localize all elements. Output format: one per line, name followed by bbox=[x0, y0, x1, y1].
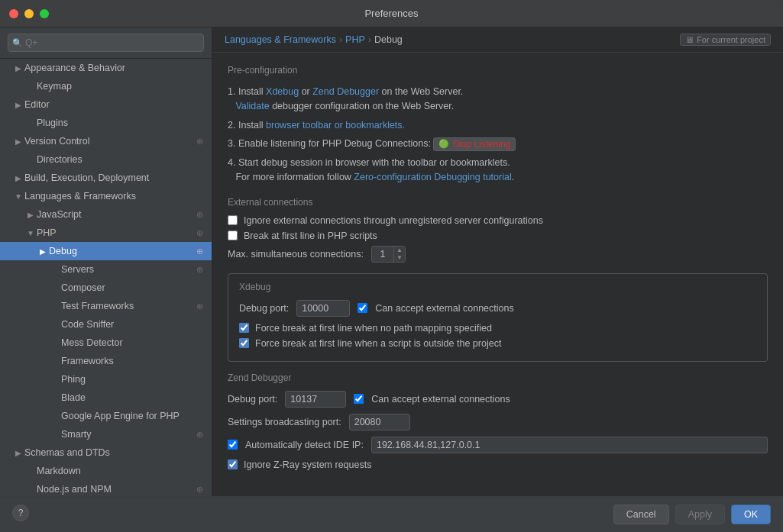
sidebar-item-label: Blade bbox=[61, 392, 205, 403]
spinner-up-button[interactable]: ▲ bbox=[394, 247, 405, 254]
stop-listening-label: Stop Listening bbox=[452, 139, 510, 150]
sidebar-item-languages-frameworks[interactable]: ▼ Languages & Frameworks bbox=[0, 187, 212, 205]
xdebug-port-input[interactable] bbox=[296, 300, 350, 317]
search-box: 🔍 bbox=[0, 27, 212, 59]
zend-can-accept-label: Can accept external connections bbox=[371, 394, 510, 405]
sidebar-item-smarty[interactable]: Smarty ⊕ bbox=[0, 425, 212, 443]
zend-auto-detect-label: Automatically detect IDE IP: bbox=[245, 440, 364, 450]
max-connections-input[interactable] bbox=[372, 247, 393, 261]
sidebar-item-build[interactable]: ▶ Build, Execution, Deployment bbox=[0, 169, 212, 187]
sidebar-item-label: Mess Detector bbox=[61, 337, 205, 348]
force-break1-row: Force break at first line when no path m… bbox=[239, 323, 756, 334]
ignore-external-checkbox[interactable] bbox=[228, 215, 238, 225]
window-controls bbox=[9, 9, 49, 18]
sidebar-item-label: Code Sniffer bbox=[61, 319, 205, 330]
sidebar-item-google-app-engine[interactable]: Google App Engine for PHP bbox=[0, 407, 212, 425]
xdebug-port-label: Debug port: bbox=[239, 303, 289, 314]
sidebar-item-version-control[interactable]: ▶ Version Control ⊕ bbox=[0, 132, 212, 150]
search-input[interactable] bbox=[8, 34, 204, 52]
step-num: 1. bbox=[228, 86, 238, 97]
copy-icon: ⊕ bbox=[193, 263, 205, 276]
browser-toolbar-link[interactable]: browser toolbar or bookmarklets. bbox=[266, 120, 405, 131]
breadcrumb-current: Debug bbox=[374, 34, 403, 45]
sidebar-item-label: JavaScript bbox=[37, 209, 193, 220]
copy-icon: ⊕ bbox=[193, 135, 205, 147]
sidebar-item-label: PHP bbox=[37, 227, 193, 238]
spinner-down-button[interactable]: ▼ bbox=[394, 254, 405, 262]
arrow-icon: ▶ bbox=[12, 174, 24, 182]
stop-icon: 🟢 bbox=[438, 139, 449, 149]
force-break2-checkbox[interactable] bbox=[239, 338, 249, 348]
sidebar-item-blade[interactable]: Blade bbox=[0, 389, 212, 407]
zero-config-link[interactable]: Zero-configuration Debugging tutorial bbox=[354, 172, 511, 182]
project-badge: 🖥 For current project bbox=[680, 34, 771, 46]
sidebar-item-markdown[interactable]: Markdown bbox=[0, 462, 212, 480]
breadcrumb: Languages & Frameworks › PHP › Debug 🖥 F… bbox=[212, 27, 783, 53]
zend-debugger-link[interactable]: Zend Debugger bbox=[312, 86, 379, 97]
zend-auto-detect-checkbox[interactable] bbox=[228, 440, 238, 450]
sidebar-item-code-sniffer[interactable]: Code Sniffer bbox=[0, 315, 212, 334]
validate-link[interactable]: Validate bbox=[235, 101, 269, 111]
sidebar-item-servers[interactable]: Servers ⊕ bbox=[0, 260, 212, 279]
xdebug-can-accept-checkbox[interactable] bbox=[358, 303, 367, 313]
sidebar-item-php[interactable]: ▼ PHP ⊕ bbox=[0, 224, 212, 242]
break-first-line-checkbox[interactable] bbox=[228, 231, 238, 240]
sidebar-item-nodejs-npm[interactable]: Node.js and NPM ⊕ bbox=[0, 480, 212, 496]
help-button[interactable]: ? bbox=[12, 505, 29, 521]
cancel-button[interactable]: Cancel bbox=[613, 505, 669, 524]
sidebar-item-label: Node.js and NPM bbox=[37, 484, 193, 495]
max-connections-label: Max. simultaneous connections: bbox=[228, 249, 364, 260]
search-icon: 🔍 bbox=[12, 38, 23, 48]
zend-ignore-zray-label: Ignore Z-Ray system requests bbox=[244, 459, 371, 470]
zend-settings-port-label: Settings broadcasting port: bbox=[228, 417, 341, 427]
ignore-external-label: Ignore external connections through unre… bbox=[244, 215, 543, 226]
zend-ignore-zray-checkbox[interactable] bbox=[228, 459, 238, 469]
sidebar-item-appearance-behavior[interactable]: ▶ Appearance & Behavior bbox=[0, 59, 212, 77]
break-first-line-label: Break at first line in PHP scripts bbox=[244, 231, 377, 241]
sidebar-item-debug[interactable]: ▶ Debug ⊕ bbox=[0, 242, 212, 260]
minimize-button[interactable] bbox=[24, 9, 34, 18]
window-title: Preferences bbox=[364, 8, 418, 19]
xdebug-title: Xdebug bbox=[239, 282, 756, 292]
breadcrumb-php[interactable]: PHP bbox=[345, 34, 365, 45]
close-button[interactable] bbox=[9, 9, 18, 18]
copy-icon: ⊕ bbox=[193, 245, 205, 257]
sidebar-item-javascript[interactable]: ▶ JavaScript ⊕ bbox=[0, 205, 212, 224]
sidebar-item-label: Google App Engine for PHP bbox=[61, 411, 205, 421]
copy-icon: ⊕ bbox=[193, 208, 205, 221]
spinner-buttons: ▲ ▼ bbox=[393, 247, 405, 262]
sidebar-item-test-frameworks[interactable]: Test Frameworks ⊕ bbox=[0, 297, 212, 315]
force-break1-checkbox[interactable] bbox=[239, 323, 249, 333]
sidebar-item-label: Keymap bbox=[37, 81, 205, 92]
breadcrumb-sep2: › bbox=[368, 34, 371, 45]
sidebar-item-schemas-dtds[interactable]: ▶ Schemas and DTDs bbox=[0, 443, 212, 462]
external-connections-title: External connections bbox=[228, 197, 768, 208]
zend-settings-port-input[interactable] bbox=[349, 414, 410, 430]
xdebug-link[interactable]: Xdebug bbox=[266, 86, 299, 97]
sidebar-item-composer[interactable]: Composer bbox=[0, 279, 212, 297]
sidebar-item-label: Frameworks bbox=[61, 356, 205, 366]
main-layout: 🔍 ▶ Appearance & Behavior Keymap ▶ Edito… bbox=[0, 27, 783, 496]
sidebar-item-directories[interactable]: Directories bbox=[0, 150, 212, 169]
stop-listening-button[interactable]: 🟢 Stop Listening bbox=[433, 137, 516, 151]
apply-button[interactable]: Apply bbox=[675, 505, 725, 524]
breadcrumb-languages[interactable]: Languages & Frameworks bbox=[225, 34, 336, 45]
zend-can-accept-checkbox[interactable] bbox=[354, 394, 364, 404]
sidebar-item-label: Languages & Frameworks bbox=[24, 191, 205, 202]
ok-button[interactable]: OK bbox=[731, 505, 771, 524]
sidebar-item-label: Directories bbox=[37, 154, 205, 165]
sidebar-item-plugins[interactable]: Plugins bbox=[0, 114, 212, 132]
sidebar-item-mess-detector[interactable]: Mess Detector bbox=[0, 334, 212, 352]
sidebar-item-frameworks[interactable]: Frameworks bbox=[0, 352, 212, 370]
sidebar-item-phing[interactable]: Phing bbox=[0, 370, 212, 389]
zend-port-input[interactable] bbox=[285, 391, 346, 408]
copy-icon: ⊕ bbox=[193, 227, 205, 239]
zend-auto-detect-row: Automatically detect IDE IP: bbox=[228, 437, 768, 453]
arrow-icon: ▶ bbox=[12, 101, 24, 109]
copy-icon: ⊕ bbox=[193, 483, 205, 495]
sidebar-item-keymap[interactable]: Keymap bbox=[0, 77, 212, 95]
list-item-2: 2. Install browser toolbar or bookmarkle… bbox=[228, 118, 768, 133]
maximize-button[interactable] bbox=[40, 9, 49, 18]
sidebar-item-editor[interactable]: ▶ Editor bbox=[0, 95, 212, 114]
zend-ip-input[interactable] bbox=[371, 437, 768, 453]
